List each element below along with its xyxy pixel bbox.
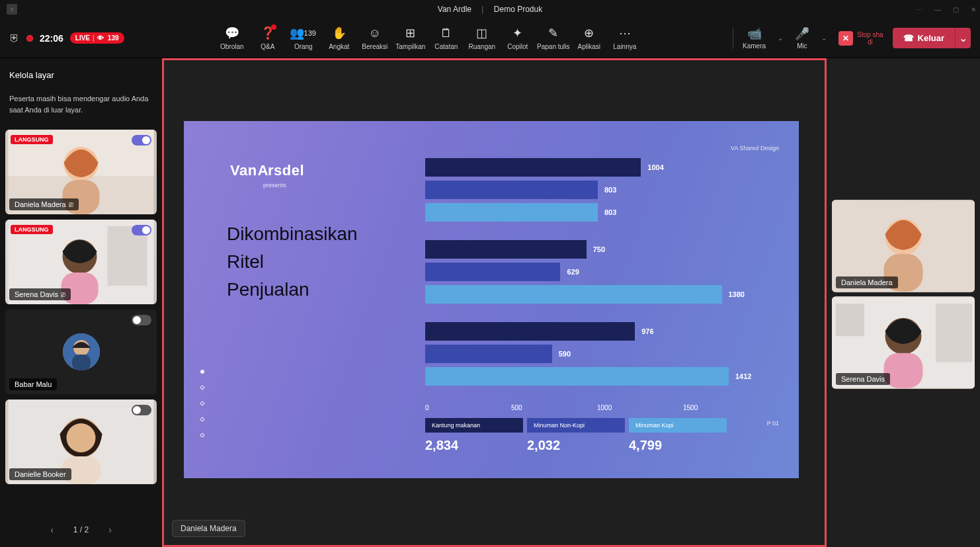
chart-bar: 629 <box>425 263 779 281</box>
smile-icon: ☺ <box>368 26 382 40</box>
notes-button[interactable]: 🗒 Catatan <box>429 23 464 53</box>
svg-rect-10 <box>72 355 91 370</box>
panel-header: Kelola layar <box>5 65 157 84</box>
ellipsis-icon[interactable]: ⋯ <box>916 6 922 13</box>
stop-share-icon: ✕ <box>838 31 853 46</box>
maximize-icon[interactable]: ▢ <box>953 6 959 13</box>
live-badge[interactable]: LIVE | 139 <box>70 32 124 44</box>
panel-note: Peserta masih bisa mendengar audio Anda … <box>5 89 157 124</box>
window-controls: ⋯ — ▢ ✕ <box>916 0 976 19</box>
chat-button[interactable]: 💬 Obrolan <box>215 23 249 53</box>
mic-chevron[interactable]: ⌄ <box>819 34 829 42</box>
participant-name: Serena Davis <box>836 373 890 385</box>
participant-name: Babar Malu <box>9 378 57 390</box>
participant-tile[interactable]: Danielle Booker <box>5 400 157 484</box>
spotlight-toggle[interactable] <box>132 405 151 415</box>
eye-icon <box>97 34 105 42</box>
chart-bar: 1004 <box>425 158 779 177</box>
view-button[interactable]: ⊞ Tampilkan <box>393 23 428 53</box>
participant-tile[interactable]: LANGSUNG Daniela Madera⎚ <box>5 130 157 214</box>
stop-sharing-button[interactable]: ✕ Stop sha di <box>835 31 887 46</box>
shield-icon[interactable]: ⛨ <box>9 32 20 44</box>
camera-chevron[interactable]: ⌄ <box>775 34 786 42</box>
participant-name: Daniela Madera⎚ <box>9 198 79 210</box>
meeting-name: Demo Produk <box>494 5 542 14</box>
avatar <box>63 333 100 370</box>
mic-icon: 🎤 <box>795 26 809 41</box>
window-titlebar: ⌗ Van Ardle | Demo Produk ⋯ — ▢ ✕ <box>0 0 980 19</box>
svg-rect-20 <box>936 304 972 362</box>
slide-nav-dots <box>200 370 204 437</box>
svg-rect-19 <box>836 304 864 336</box>
hand-icon: ✋ <box>332 26 347 40</box>
camera-button[interactable]: 📹 Kamera <box>739 24 770 52</box>
apps-icon: ⊕ <box>582 26 596 40</box>
raise-hand-button[interactable]: ✋ Angkat <box>322 23 356 53</box>
notes-icon: 🗒 <box>439 26 454 40</box>
svg-point-13 <box>67 423 96 452</box>
spotlight-toggle[interactable] <box>132 225 151 235</box>
presenter-tag: Daniela Madera <box>172 520 245 537</box>
shared-screen-stage: VA Shared Design VanArsdel presents Diko… <box>162 58 827 547</box>
chart-bar: 1380 <box>425 285 779 304</box>
people-button[interactable]: 👥 139 Orang <box>286 23 321 53</box>
grid-icon: ⊞ <box>403 26 418 40</box>
whiteboard-icon: ✎ <box>546 26 561 40</box>
next-page-button[interactable]: › <box>108 525 112 535</box>
people-icon: 👥 139 <box>296 26 311 40</box>
meeting-title: Van Ardle | Demo Produk <box>434 5 546 14</box>
chart-bar: 803 <box>425 181 779 199</box>
slide-presents: presents <box>263 182 286 189</box>
camera-icon: 📹 <box>747 26 762 41</box>
pager: ‹ 1 / 2 › <box>5 518 157 542</box>
manage-screen-panel: Kelola layar Peserta masih bisa mendenga… <box>0 58 162 547</box>
live-badge: LANGSUNG <box>11 135 53 144</box>
chart-bar: 590 <box>425 345 779 363</box>
chart-bar: 750 <box>425 240 779 259</box>
leave-button[interactable]: ☎ Keluar <box>893 28 955 48</box>
recording-icon <box>26 35 33 42</box>
slide-chart: 1004803803750629138097659014120500100015… <box>425 158 779 453</box>
more-icon: ⋯ <box>618 26 632 40</box>
chart-totals: 2,8342,0324,799 <box>425 438 779 453</box>
participant-tile[interactable]: LANGSUNG Serena Davis⎚ <box>5 220 157 304</box>
react-button[interactable]: ☺ Bereaksi <box>358 23 392 53</box>
right-participants-panel: Daniela Madera Serena Davis <box>827 58 980 547</box>
leave-chevron[interactable]: ⌄ <box>955 28 971 48</box>
share-icon: ⎚ <box>61 290 65 298</box>
chart-legend: Kantung makananMinuman Non-KopiMinuman K… <box>425 418 779 433</box>
chart-bar: 1412 <box>425 367 779 386</box>
meeting-toolbar: ⛨ 22:06 LIVE | 139 💬 Obrolan ❓ Q&A 👥 139… <box>0 19 980 58</box>
copilot-button[interactable]: ✦ Copilot <box>501 23 535 53</box>
participant-tile[interactable]: Serena Davis <box>832 296 975 389</box>
rooms-button[interactable]: ◫ Ruangan <box>465 23 499 53</box>
whiteboard-button[interactable]: ✎ Papan tulis <box>536 23 571 53</box>
phone-icon: ☎ <box>903 33 914 43</box>
participant-name: Daniela Madera <box>836 276 898 288</box>
minimize-icon[interactable]: — <box>934 6 941 13</box>
live-label: LIVE <box>75 34 90 42</box>
meeting-timer: 22:06 <box>40 33 63 44</box>
presentation-slide: VA Shared Design VanArsdel presents Diko… <box>184 121 799 478</box>
participant-name: Serena Davis⎚ <box>9 288 71 300</box>
page-indicator: 1 / 2 <box>73 525 89 534</box>
prev-page-button[interactable]: ‹ <box>50 525 54 535</box>
apps-button[interactable]: ⊕ Aplikasi <box>572 23 606 53</box>
spotlight-toggle[interactable] <box>132 135 151 146</box>
mic-button[interactable]: 🎤 Mic <box>791 24 813 52</box>
app-icon: ⌗ <box>7 4 17 15</box>
more-button[interactable]: ⋯ Lainnya <box>608 23 642 53</box>
qna-icon: ❓ <box>261 26 275 40</box>
chat-icon: 💬 <box>225 26 239 40</box>
qna-button[interactable]: ❓ Q&A <box>251 23 285 53</box>
live-badge: LANGSUNG <box>11 225 53 234</box>
spotlight-toggle[interactable] <box>132 315 151 325</box>
slide-title: Dikombinasikan Ritel Penjualan <box>227 220 358 304</box>
close-icon[interactable]: ✕ <box>971 6 976 13</box>
share-icon: ⎚ <box>69 200 73 208</box>
participant-tile[interactable]: Babar Malu <box>5 310 157 394</box>
chart-axis: 050010001500 <box>425 404 779 411</box>
slide-logo: VanArsdel <box>230 162 304 179</box>
participant-tile[interactable]: Daniela Madera <box>832 200 975 292</box>
copilot-icon: ✦ <box>510 26 525 40</box>
